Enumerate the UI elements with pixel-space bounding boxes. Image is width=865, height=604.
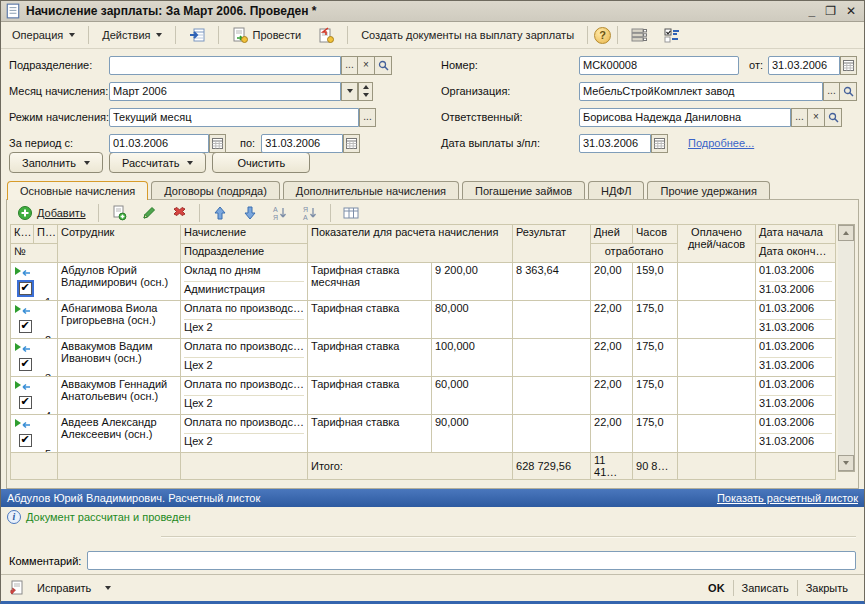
- result-cell[interactable]: [513, 339, 591, 377]
- responsible-select-button[interactable]: ...: [791, 108, 808, 127]
- scroll-down-button[interactable]: [838, 455, 854, 471]
- tab-additional-accruals[interactable]: Дополнительные начисления: [283, 181, 459, 199]
- col-header-num[interactable]: №: [11, 244, 58, 263]
- accrual-mode-input[interactable]: [109, 108, 359, 127]
- row-include-checkbox[interactable]: [19, 282, 32, 295]
- employee-cell[interactable]: Абнагимова Виола Григорьевна (осн.): [58, 301, 181, 339]
- row-include-checkbox[interactable]: [19, 396, 32, 409]
- scrollbar-track[interactable]: [838, 241, 854, 455]
- col-header-result[interactable]: Результат: [513, 225, 591, 263]
- fix-button[interactable]: Исправить: [29, 580, 99, 596]
- hours-cell[interactable]: 175,0: [633, 377, 678, 415]
- col-header-date-end[interactable]: Дата оконч…: [756, 244, 836, 263]
- indicator-cell[interactable]: Тарифная ставка месячная: [308, 263, 432, 301]
- clear-button[interactable]: Очистить: [212, 152, 310, 173]
- col-header-worked[interactable]: отработано: [591, 244, 678, 263]
- document-date-input[interactable]: [768, 56, 840, 75]
- department-input[interactable]: [109, 56, 341, 75]
- paid-cell[interactable]: [678, 301, 756, 339]
- help-icon[interactable]: ?: [594, 27, 611, 44]
- scroll-up-button[interactable]: [838, 225, 854, 241]
- responsible-input[interactable]: [579, 108, 791, 127]
- employee-cell[interactable]: Аввакумов Вадим Иванович (осн.): [58, 339, 181, 377]
- indicator-cell[interactable]: Тарифная ставка: [308, 415, 432, 453]
- copy-row-button[interactable]: [106, 203, 132, 223]
- organization-input[interactable]: [579, 82, 823, 101]
- mode-select-button[interactable]: ...: [359, 108, 376, 127]
- dates-cell[interactable]: 01.03.200631.03.2006: [756, 263, 836, 301]
- col-header-indicators[interactable]: Показатели для расчета начисления: [308, 225, 513, 263]
- col-header-employee[interactable]: Сотрудник: [58, 225, 181, 263]
- col-header-paid[interactable]: Оплачено дней/часов: [678, 225, 756, 263]
- days-cell[interactable]: 22,00: [591, 301, 633, 339]
- days-cell[interactable]: 20,00: [591, 263, 633, 301]
- indicator-value-cell[interactable]: 80,000: [432, 301, 513, 339]
- organization-select-button[interactable]: ...: [823, 82, 840, 101]
- responsible-open-button[interactable]: [825, 108, 842, 127]
- employee-cell[interactable]: Абдулов Юрий Владимирович (осн.): [58, 263, 181, 301]
- department-select-button[interactable]: ...: [341, 56, 358, 75]
- fill-button[interactable]: Заполнить: [9, 152, 103, 173]
- accrual-cell[interactable]: Оплата по производс…Цех 2: [181, 415, 308, 453]
- col-header-department[interactable]: Подразделение: [181, 244, 308, 263]
- paid-cell[interactable]: [678, 377, 756, 415]
- indicator-value-cell[interactable]: 90,000: [432, 415, 513, 453]
- operation-menu-button[interactable]: Операция: [5, 26, 82, 44]
- accrual-cell[interactable]: Оплата по производс…Цех 2: [181, 339, 308, 377]
- accrual-month-input[interactable]: [109, 82, 341, 101]
- more-details-link[interactable]: Подробнее...: [688, 137, 754, 149]
- accrual-cell[interactable]: Оклад по днямАдминистрация: [181, 263, 308, 301]
- responsible-clear-button[interactable]: ×: [808, 108, 825, 127]
- post-document-button[interactable]: Провести: [225, 24, 308, 46]
- period-from-input[interactable]: [109, 134, 209, 153]
- add-row-button[interactable]: Добавить: [12, 203, 91, 223]
- col-header-date-start[interactable]: Дата начала: [756, 225, 836, 244]
- employee-cell[interactable]: Аввакумов Геннадий Анатольевич (осн.): [58, 377, 181, 415]
- indicator-cell[interactable]: Тарифная ставка: [308, 301, 432, 339]
- indicator-cell[interactable]: Тарифная ставка: [308, 377, 432, 415]
- period-from-calendar-button[interactable]: [209, 134, 226, 153]
- show-payslip-link[interactable]: Показать расчетный листок: [717, 492, 858, 504]
- days-cell[interactable]: 22,00: [591, 377, 633, 415]
- dates-cell[interactable]: 01.03.200631.03.2006: [756, 415, 836, 453]
- table-row[interactable]: 4 Аввакумов Геннадий Анатольевич (осн.) …: [11, 377, 836, 415]
- days-cell[interactable]: 22,00: [591, 339, 633, 377]
- days-cell[interactable]: 22,00: [591, 415, 633, 453]
- edit-row-button[interactable]: [136, 203, 162, 223]
- result-cell[interactable]: [513, 377, 591, 415]
- grid-settings-button[interactable]: [338, 203, 364, 223]
- tab-contracts[interactable]: Договоры (подряда): [151, 181, 280, 199]
- dates-cell[interactable]: 01.03.200631.03.2006: [756, 301, 836, 339]
- paid-cell[interactable]: [678, 339, 756, 377]
- minimize-icon[interactable]: _: [808, 5, 815, 17]
- tab-other-deductions[interactable]: Прочие удержания: [647, 181, 769, 199]
- row-include-checkbox[interactable]: [19, 358, 32, 371]
- sort-descending-button[interactable]: ЯА: [297, 203, 323, 223]
- accrual-cell[interactable]: Оплата по производс…Цех 2: [181, 301, 308, 339]
- dates-cell[interactable]: 01.03.200631.03.2006: [756, 377, 836, 415]
- paid-cell[interactable]: [678, 263, 756, 301]
- create-payout-docs-button[interactable]: Создать документы на выплату зарплаты: [354, 26, 581, 44]
- organization-open-button[interactable]: [840, 82, 857, 101]
- ok-button[interactable]: OK: [700, 580, 733, 596]
- maximize-icon[interactable]: ❐: [825, 5, 836, 17]
- col-header-days[interactable]: Дней: [591, 225, 633, 244]
- list-settings-button[interactable]: [624, 24, 654, 46]
- document-date-calendar-button[interactable]: [840, 56, 857, 75]
- save-document-button[interactable]: [182, 24, 212, 46]
- hours-cell[interactable]: 175,0: [633, 415, 678, 453]
- tab-main-accruals[interactable]: Основные начисления: [7, 181, 148, 200]
- tab-loan-repayment[interactable]: Погашение займов: [462, 181, 585, 199]
- document-number-input[interactable]: [579, 56, 739, 75]
- result-cell[interactable]: [513, 415, 591, 453]
- close-button[interactable]: Закрыть: [798, 580, 856, 596]
- table-row[interactable]: 2 Абнагимова Виола Григорьевна (осн.) Оп…: [11, 301, 836, 339]
- result-cell[interactable]: 8 363,64: [513, 263, 591, 301]
- save-button[interactable]: Записать: [734, 580, 797, 596]
- sort-ascending-button[interactable]: АЯ: [267, 203, 293, 223]
- department-open-button[interactable]: [375, 56, 392, 75]
- actions-menu-button[interactable]: Действия: [95, 26, 169, 44]
- table-row[interactable]: 5 Авдеев Александр Алексеевич (осн.) Опл…: [11, 415, 836, 453]
- accruals-table[interactable]: К… П… Сотрудник Начисление Показатели дл…: [10, 224, 836, 480]
- comment-input[interactable]: [87, 551, 856, 570]
